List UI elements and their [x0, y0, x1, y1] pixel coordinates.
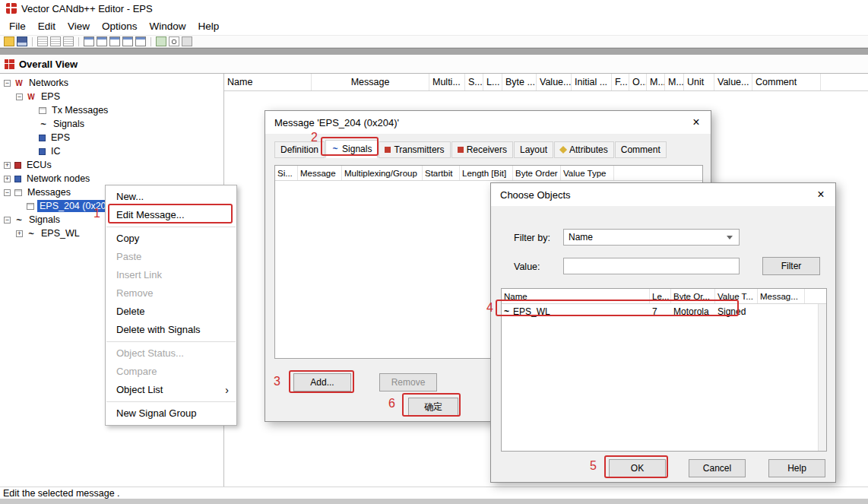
menu-file[interactable]: File — [3, 18, 32, 34]
tab-receivers[interactable]: Receivers — [451, 141, 513, 158]
print-icon[interactable] — [63, 36, 74, 46]
context-menu-item-new[interactable]: New... — [106, 188, 236, 206]
expander-minus-icon[interactable] — [16, 94, 23, 100]
objects-column-header-0[interactable]: Name — [502, 289, 650, 303]
expander-plus-icon[interactable] — [16, 230, 23, 237]
expander-plus-icon[interactable] — [4, 176, 11, 182]
ecus-view-icon[interactable] — [109, 36, 120, 46]
objects-column-header-1[interactable]: Le... — [650, 289, 671, 303]
expander-minus-icon[interactable] — [4, 189, 11, 196]
signals-column-header-1[interactable]: Message — [298, 166, 342, 180]
menu-window[interactable]: Window — [144, 18, 192, 34]
column-header-5[interactable]: Byte ... — [502, 74, 537, 90]
expander-minus-icon[interactable] — [4, 217, 11, 223]
tree-item-3-signals[interactable]: Signals — [0, 117, 223, 131]
overall-view-icon[interactable] — [84, 36, 94, 46]
menu-view[interactable]: View — [62, 18, 96, 34]
chevron-down-icon — [727, 236, 733, 239]
open-icon[interactable] — [4, 36, 14, 46]
column-header-9[interactable]: O... — [629, 74, 647, 90]
column-header-3[interactable]: S... — [465, 74, 483, 90]
column-header-6[interactable]: Value... — [537, 74, 572, 90]
signals-column-header-3[interactable]: Startbit — [423, 166, 460, 180]
copy-icon[interactable] — [37, 36, 48, 46]
paste-icon[interactable] — [50, 36, 61, 46]
status-text: Edit the selected message . — [3, 488, 120, 499]
tab-layout[interactable]: Layout — [514, 141, 553, 158]
objects-column-header-3[interactable]: Value T... — [715, 289, 758, 303]
tree-item-7-network-nodes[interactable]: Network nodes — [0, 172, 223, 185]
context-menu-item-copy[interactable]: Copy — [106, 230, 236, 248]
context-menu-item-insert-link[interactable]: Insert Link — [106, 266, 236, 284]
context-menu-item-label: Copy — [116, 233, 139, 244]
expander-plus-icon[interactable] — [4, 162, 11, 169]
menu-options[interactable]: Options — [96, 18, 144, 34]
tree-item-1-eps[interactable]: EPS — [0, 90, 223, 103]
networks-view-icon[interactable] — [97, 36, 107, 46]
objects-list[interactable]: NameLe...Byte Or...Value T...Messag... E… — [501, 288, 827, 452]
object-cell-text: 7 — [652, 306, 657, 317]
column-header-2[interactable]: Multi... — [429, 74, 465, 90]
menu-help[interactable]: Help — [192, 18, 226, 34]
context-menu-item-edit-message[interactable]: Edit Message... — [106, 206, 236, 224]
context-menu-item-object-status[interactable]: Object Status... — [106, 344, 236, 363]
tab-transmitters[interactable]: Transmitters — [379, 141, 450, 158]
expander-minus-icon[interactable] — [4, 80, 11, 87]
add-button[interactable]: Add... — [293, 373, 351, 391]
context-menu-item-compare[interactable]: Compare — [106, 363, 236, 381]
objects-column-header-2[interactable]: Byte Or... — [671, 289, 715, 303]
value-input[interactable] — [563, 258, 740, 274]
signals-column-header-4[interactable]: Length [Bit] — [460, 166, 513, 180]
signals-column-header-6[interactable]: Value Type — [561, 166, 614, 180]
context-menu-item-object-list[interactable]: Object List — [106, 381, 236, 399]
tree-item-6-ecus[interactable]: ECUs — [0, 158, 223, 172]
confirm-button[interactable]: 确定 — [408, 398, 458, 416]
column-header-11[interactable]: M... — [665, 74, 684, 90]
tree-item-0-networks[interactable]: Networks — [0, 76, 223, 90]
ok-button[interactable]: OK — [609, 459, 666, 477]
context-menu-item-new-signal-group[interactable]: New Signal Group — [106, 404, 236, 423]
context-menu-item-remove[interactable]: Remove — [106, 284, 236, 303]
context-menu-item-delete[interactable]: Delete — [106, 303, 236, 321]
menu-edit[interactable]: Edit — [32, 18, 62, 34]
find-icon[interactable] — [169, 36, 179, 46]
context-menu-item-delete-with-signals[interactable]: Delete with Signals — [106, 321, 236, 339]
signals-view-icon[interactable] — [135, 36, 146, 46]
remove-button[interactable]: Remove — [379, 373, 437, 391]
options-icon[interactable] — [182, 36, 192, 46]
context-menu-item-paste[interactable]: Paste — [106, 248, 236, 266]
objects-column-header-4[interactable]: Messag... — [758, 289, 805, 303]
column-header-4[interactable]: L... — [483, 74, 502, 90]
column-header-1[interactable]: Message — [312, 74, 429, 90]
save-icon[interactable] — [17, 36, 27, 46]
tab-definition[interactable]: Definition — [274, 141, 325, 158]
tree-item-5-ic[interactable]: IC — [0, 144, 223, 158]
close-icon[interactable] — [682, 111, 711, 134]
column-header-7[interactable]: Initial ... — [572, 74, 612, 90]
cancel-button[interactable]: Cancel — [689, 459, 746, 477]
column-header-10[interactable]: M... — [647, 74, 665, 90]
tab-signals[interactable]: Signals — [325, 140, 378, 158]
column-header-8[interactable]: F... — [612, 74, 629, 90]
objects-list-scrollbar[interactable] — [818, 304, 826, 451]
tree-item-4-eps[interactable]: EPS — [0, 131, 223, 144]
signals-column-header-2[interactable]: Multiplexing/Group — [342, 166, 423, 180]
tab-comment[interactable]: Comment — [615, 141, 667, 158]
column-header-14[interactable]: Comment — [752, 74, 821, 90]
signals-column-header-5[interactable]: Byte Order — [513, 166, 561, 180]
object-cell-text: EPS_WL — [513, 306, 550, 317]
column-header-12[interactable]: Unit — [684, 74, 714, 90]
messages-view-icon[interactable] — [122, 36, 133, 46]
filter-button[interactable]: Filter — [762, 257, 820, 275]
column-header-13[interactable]: Value... — [714, 74, 752, 90]
help-button[interactable]: Help — [768, 459, 825, 477]
column-header-0[interactable]: Name — [224, 74, 312, 90]
tree-item-2-tx-messages[interactable]: Tx Messages — [0, 103, 223, 117]
close-icon[interactable] — [806, 183, 835, 206]
tab-label: Comment — [621, 144, 661, 155]
compare-icon[interactable] — [156, 36, 166, 46]
object-row-eps-wl[interactable]: EPS_WL7MotorolaSigned — [502, 304, 826, 319]
signals-column-header-0[interactable]: Si... — [275, 166, 298, 180]
filter-by-combobox[interactable]: Name — [563, 229, 740, 246]
tab-attributes[interactable]: Attributes — [554, 141, 614, 158]
